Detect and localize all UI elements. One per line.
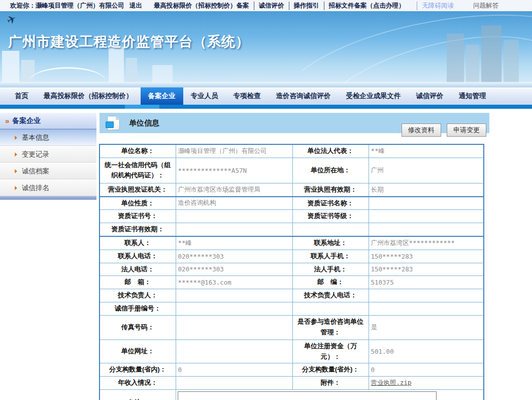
banner: ✈ 广州市建设工程造价监管平台（系统） [0, 11, 532, 87]
tab-notification-management[interactable]: 通知管理 [451, 87, 494, 105]
field-label: 联系人电话： [99, 250, 176, 263]
tab-inspected-company-files[interactable]: 受检企业成果文件 [339, 87, 409, 105]
banner-building [481, 25, 502, 82]
field-label: 单位性质： [99, 197, 176, 210]
table-row: 技术负责人： 技术负责人电话： [99, 289, 484, 302]
field-label: 资质证书名称： [292, 197, 369, 210]
tab-professionals[interactable]: 专业人员 [183, 87, 226, 105]
remarks-textarea[interactable] [178, 391, 437, 400]
attachment-link[interactable]: 营业执照.zip [371, 379, 412, 386]
field-label: 附件： [292, 377, 369, 390]
table-row: 联系人： **峰 联系地址： 广州市荔湾区************ [99, 236, 484, 250]
tab-home[interactable]: 首页 [7, 87, 36, 105]
table-row: 分支构数量(省内)： 0 分支构数量(省外)： 0 [99, 363, 484, 377]
sidebar-item-credit-archive[interactable]: 诚信档案 [0, 163, 96, 179]
field-label: 营业执照有效期： [292, 183, 369, 196]
field-value [176, 377, 292, 390]
logout-link[interactable]: 退出 [129, 2, 142, 10]
sidebar-item-basic-info[interactable]: 基本信息 [0, 129, 96, 146]
field-value: ******@163.com [176, 276, 292, 289]
sidebar-header-label: 备案企业 [12, 116, 41, 126]
field-label: 资质证书号： [99, 210, 176, 223]
edit-info-button[interactable]: 修改资料 [402, 124, 441, 137]
field-value [176, 302, 292, 315]
field-value [176, 315, 292, 340]
tab-credit-evaluation[interactable]: 诚信评价 [409, 87, 451, 105]
field-value [176, 210, 292, 223]
topbar: 欢迎你： 灏峰项目管理（广州）有限公司 退出 最高投标限价（招标控制价）备案 诚… [0, 0, 532, 11]
field-label: 法人电话： [99, 263, 176, 276]
accessibility-link[interactable]: 无障碍阅读 [417, 2, 454, 10]
section-header: 单位信息 修改资料 申请变更 [99, 113, 489, 133]
sidebar-footer-bar [0, 196, 96, 200]
table-row: 传真号码： 是否参与造价咨询单位管理： 是 [99, 315, 484, 340]
topbar-link-bid-price-record[interactable]: 最高投标限价（招标控制价）备案 [149, 2, 254, 10]
sidebar-item-change-records[interactable]: 变更记录 [0, 146, 96, 163]
company-name: 灏峰项目管理（广州）有限公司 [36, 2, 124, 10]
field-value: 长期 [369, 183, 484, 196]
field-value [369, 197, 484, 210]
field-label: 资质证书等级： [292, 210, 369, 223]
field-value: 广州 [369, 158, 484, 183]
field-value [369, 302, 484, 315]
field-label [292, 223, 369, 236]
field-value: 灏峰项目管理（广州）有限公司 [176, 144, 292, 158]
field-value: 是 [369, 315, 484, 340]
section-title: 单位信息 [129, 118, 159, 128]
field-value [369, 223, 484, 236]
tab-filed-companies[interactable]: 备案企业 [141, 87, 183, 105]
table-row: 诚信手册编号： [99, 302, 484, 315]
table-row: 营业执照发证机关： 广州市荔湾区市场监督管理局 营业执照有效期： 长期 [99, 183, 484, 196]
arrow-right-icon [15, 186, 17, 190]
main-nav: 首页 最高投标限价（招标控制价） 备案企业 专业人员 专项检查 造价咨询诚信评价… [0, 87, 532, 105]
field-value: 广州市荔湾区************ [369, 236, 484, 250]
field-value [176, 340, 292, 363]
field-label: 是否参与造价咨询单位管理： [292, 315, 369, 340]
field-value [369, 210, 484, 223]
field-label: 诚信手册编号： [99, 302, 176, 315]
field-value: 0 [176, 363, 292, 377]
field-value: 造价咨询机构 [176, 197, 292, 210]
double-arrow-icon: » [5, 116, 9, 125]
field-label: 传真号码： [99, 315, 176, 340]
field-label: 单位注册资金（万元）： [292, 340, 369, 363]
field-label: 单位所在地： [292, 158, 369, 183]
field-value [369, 289, 484, 302]
banner-bridge [29, 67, 106, 81]
sidebar-header: » 备案企业 [0, 113, 96, 129]
action-buttons: 修改资料 申请变更 [398, 124, 486, 137]
banner-building [126, 58, 137, 82]
tab-bid-price-limit[interactable]: 最高投标限价（招标控制价） [36, 87, 141, 105]
table-row: 单位性质： 造价咨询机构 资质证书名称： [99, 197, 484, 210]
field-value [176, 223, 292, 236]
arrow-right-icon [15, 136, 17, 140]
field-label: 备注： [99, 389, 176, 400]
tab-special-inspection[interactable]: 专项检查 [226, 87, 269, 105]
sidebar-item-label: 诚信排名 [22, 183, 49, 193]
field-label: 单位名称： [99, 144, 176, 158]
field-label: 技术负责人： [99, 289, 176, 302]
arrow-right-icon [15, 169, 17, 173]
topbar-link-operation-guide[interactable]: 操作指引 [289, 2, 324, 10]
field-label: 年收入情况： [99, 377, 176, 390]
banner-building [2, 51, 19, 82]
field-label: 联系人手机： [292, 250, 369, 263]
qa-link[interactable]: 问题解答 [473, 2, 498, 10]
field-value: **峰 [369, 144, 484, 158]
topbar-link-credit-evaluation[interactable]: 诚信评价 [254, 2, 289, 10]
field-value: 020******303 [176, 263, 292, 276]
field-value: **峰 [176, 236, 292, 250]
tab-cost-consulting-credit[interactable]: 造价咨询诚信评价 [269, 87, 339, 105]
nav-underline [0, 105, 532, 109]
sidebar-item-credit-ranking[interactable]: 诚信排名 [0, 179, 96, 196]
table-row: 联系人电话： 020******303 联系人手机： 150*****283 [99, 250, 484, 263]
field-label: 邮 编： [292, 276, 369, 289]
topbar-link-tender-file-record[interactable]: 招标文件备案（点击办理） [324, 2, 410, 10]
field-label: 技术负责人电话： [292, 289, 369, 302]
request-change-button[interactable]: 申请变更 [447, 124, 486, 137]
banner-building [109, 47, 124, 82]
field-value: 150*****283 [369, 250, 484, 263]
remarks-cell [176, 389, 484, 400]
table-row: 统一社会信用代码（组织机构代码证）： **************A57N 单位… [99, 158, 484, 183]
field-value: 广州市荔湾区市场监督管理局 [176, 183, 292, 196]
